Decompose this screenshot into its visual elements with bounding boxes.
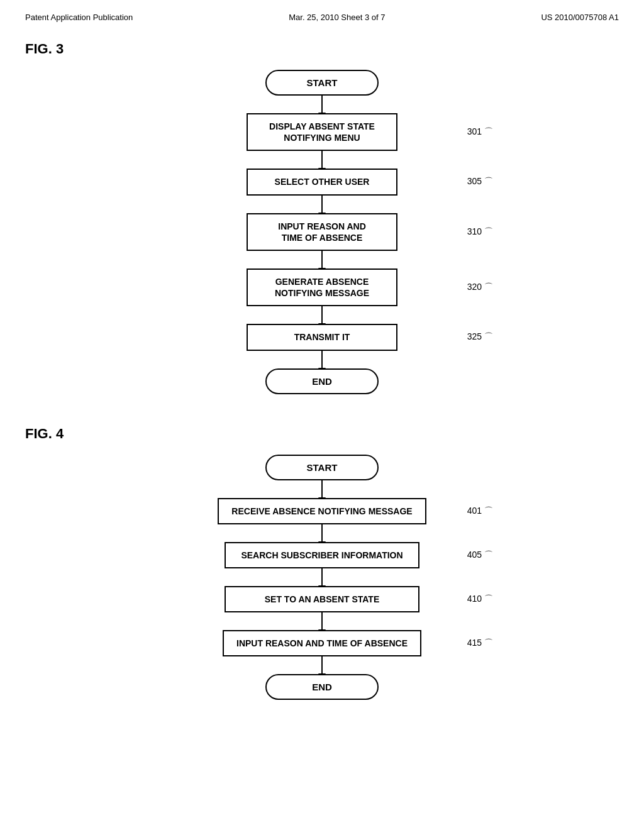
fig4-label: FIG. 4 xyxy=(25,426,619,442)
header-right: US 2010/0075708 A1 xyxy=(541,13,619,22)
step-320-box: GENERATE ABSENCENOTIFYING MESSAGE xyxy=(247,268,397,306)
step-401-row: RECEIVE ABSENCE NOTIFYING MESSAGE 401 ⌒ xyxy=(25,498,619,524)
fig3-flowchart: START DISPLAY ABSENT STATENOTIFYING MENU… xyxy=(25,70,619,394)
step-end4: END xyxy=(25,674,619,700)
arrow11 xyxy=(321,656,323,674)
start3-box: START xyxy=(265,70,379,96)
step-310-box: INPUT REASON ANDTIME OF ABSENCE xyxy=(247,213,397,251)
step-start4: START xyxy=(25,455,619,480)
arrow9 xyxy=(321,568,323,586)
step-310-label: 310 ⌒ xyxy=(467,226,493,238)
arrow7 xyxy=(321,480,323,498)
step-310-row: INPUT REASON ANDTIME OF ABSENCE 310 ⌒ xyxy=(25,213,619,251)
step-320-row: GENERATE ABSENCENOTIFYING MESSAGE 320 ⌒ xyxy=(25,268,619,306)
step-415-box: INPUT REASON AND TIME OF ABSENCE xyxy=(223,630,421,656)
step-415-label: 415 ⌒ xyxy=(467,638,493,649)
step-415-row: INPUT REASON AND TIME OF ABSENCE 415 ⌒ xyxy=(25,630,619,656)
fig4-section: FIG. 4 START RECEIVE ABSENCE NOTIFYING M… xyxy=(25,426,619,700)
step-325-box: TRANSMIT IT xyxy=(247,324,397,350)
arrow3 xyxy=(321,196,323,213)
step-start3: START xyxy=(25,70,619,96)
step-301-row: DISPLAY ABSENT STATENOTIFYING MENU 301 ⌒ xyxy=(25,113,619,151)
fig3-label: FIG. 3 xyxy=(25,41,619,57)
step-405-label: 405 ⌒ xyxy=(467,550,493,561)
end4-box: END xyxy=(265,674,379,700)
header-left: Patent Application Publication xyxy=(25,13,133,22)
start4-box: START xyxy=(265,455,379,480)
arrow10 xyxy=(321,612,323,630)
end3-box: END xyxy=(265,368,379,394)
step-end3: END xyxy=(25,368,619,394)
step-305-row: SELECT OTHER USER 305 ⌒ xyxy=(25,169,619,195)
header-center: Mar. 25, 2010 Sheet 3 of 7 xyxy=(289,13,385,22)
arrow1 xyxy=(321,96,323,113)
step-305-box: SELECT OTHER USER xyxy=(247,169,397,195)
arrow6 xyxy=(321,351,323,368)
step-410-row: SET TO AN ABSENT STATE 410 ⌒ xyxy=(25,586,619,612)
step-401-label: 401 ⌒ xyxy=(467,506,493,517)
step-305-label: 305 ⌒ xyxy=(467,176,493,187)
step-410-label: 410 ⌒ xyxy=(467,594,493,605)
step-320-label: 320 ⌒ xyxy=(467,282,493,293)
arrow4 xyxy=(321,251,323,268)
step-405-row: SEARCH SUBSCRIBER INFORMATION 405 ⌒ xyxy=(25,542,619,568)
step-325-label: 325 ⌒ xyxy=(467,331,493,343)
arrow8 xyxy=(321,524,323,542)
step-410-box: SET TO AN ABSENT STATE xyxy=(225,586,419,612)
arrow5 xyxy=(321,306,323,324)
step-401-box: RECEIVE ABSENCE NOTIFYING MESSAGE xyxy=(218,498,426,524)
arrow2 xyxy=(321,151,323,169)
page-header: Patent Application Publication Mar. 25, … xyxy=(25,13,619,22)
fig4-flowchart: START RECEIVE ABSENCE NOTIFYING MESSAGE … xyxy=(25,455,619,700)
page: Patent Application Publication Mar. 25, … xyxy=(0,0,644,830)
fig3-section: FIG. 3 START DISPLAY ABSENT STATENOTIFYI… xyxy=(25,41,619,394)
step-405-box: SEARCH SUBSCRIBER INFORMATION xyxy=(225,542,419,568)
step-301-label: 301 ⌒ xyxy=(467,126,493,138)
step-325-row: TRANSMIT IT 325 ⌒ xyxy=(25,324,619,350)
step-301-box: DISPLAY ABSENT STATENOTIFYING MENU xyxy=(247,113,397,151)
